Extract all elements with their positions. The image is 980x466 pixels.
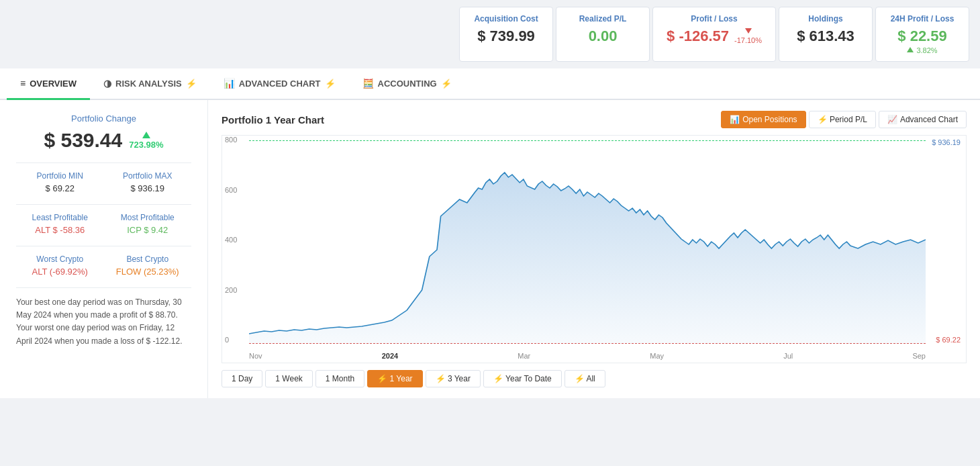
profitable-row: Least Profitable ALT $ -58.36 Most Profi…	[16, 213, 191, 235]
open-positions-icon: 📊	[730, 115, 740, 124]
least-profitable-cell: Least Profitable ALT $ -58.36	[16, 213, 104, 235]
advanced-chart-btn-icon: 📈	[887, 115, 897, 124]
chart-max-label: $ 936.19	[932, 138, 961, 146]
most-profitable-value: ICP $ 9.42	[104, 225, 192, 235]
y-label-0: 0	[225, 336, 237, 344]
left-panel: Portfolio Change $ 539.44 723.98% Portfo…	[0, 100, 208, 398]
open-positions-button[interactable]: 📊 Open Positions	[721, 111, 805, 128]
profit-loss-value: $ -126.57	[667, 28, 729, 45]
time-btn-1month[interactable]: 1 Month	[315, 370, 364, 387]
crypto-row: Worst Crypto ALT (-69.92%) Best Crypto F…	[16, 254, 191, 277]
holdings-card: Holdings $ 613.43	[779, 7, 873, 62]
holdings-value: $ 613.43	[793, 28, 859, 45]
time-btn-1day-label: 1 Day	[232, 374, 252, 383]
profit-loss-down-arrow	[745, 28, 752, 34]
chart-svg	[249, 136, 926, 344]
best-crypto-value: FLOW (25.23%)	[104, 267, 192, 277]
worst-crypto-label: Worst Crypto	[16, 254, 104, 264]
min-max-row: Portfolio MIN $ 69.22 Portfolio MAX $ 93…	[16, 171, 191, 193]
accounting-bolt-icon: ⚡	[441, 79, 452, 89]
time-btn-ytd[interactable]: ⚡ Year To Date	[483, 370, 562, 387]
open-positions-label: Open Positions	[742, 115, 797, 124]
y-label-400: 400	[225, 236, 237, 244]
portfolio-min-label: Portfolio MIN	[16, 171, 104, 181]
most-profitable-cell: Most Profitable ICP $ 9.42	[104, 213, 192, 235]
time-btn-1week-label: 1 Week	[275, 374, 302, 383]
time-btn-1week[interactable]: 1 Week	[265, 370, 312, 387]
time-btn-1day[interactable]: 1 Day	[222, 370, 262, 387]
overview-icon: ≡	[20, 78, 26, 89]
portfolio-min-cell: Portfolio MIN $ 69.22	[16, 171, 104, 193]
profit-loss-card: Profit / Loss $ -126.57 -17.10%	[652, 7, 776, 62]
acquisition-cost-value: $ 739.99	[473, 28, 539, 45]
worst-crypto-cell: Worst Crypto ALT (-69.92%)	[16, 254, 104, 277]
divider-1	[16, 162, 191, 163]
portfolio-change-pct: 723.98%	[129, 140, 163, 150]
portfolio-change-amount: $ 539.44	[44, 129, 122, 152]
chart-min-label: $ 69.22	[936, 336, 961, 344]
x-label-mar: Mar	[518, 352, 530, 360]
y-label-600: 600	[225, 186, 237, 194]
acquisition-cost-card: Acquisition Cost $ 739.99	[459, 7, 553, 62]
time-btn-3year[interactable]: ⚡ 3 Year	[426, 370, 481, 387]
profit-loss-sub: -17.10%	[734, 36, 762, 44]
chart-y-labels: 800 600 400 200 0	[225, 136, 237, 344]
worst-crypto-value: ALT (-69.92%)	[16, 267, 104, 277]
divider-3	[16, 246, 191, 246]
chart-area: $ 936.19 $ 69.22 800 600 400 200 0	[222, 135, 967, 363]
risk-bolt-icon: ⚡	[186, 79, 197, 89]
tab-overview[interactable]: ≡ OVERVIEW	[7, 68, 90, 100]
portfolio-up-arrow	[142, 132, 150, 138]
advanced-bolt-icon: ⚡	[325, 79, 336, 89]
tab-advanced-chart[interactable]: 📊 ADVANCED CHART ⚡	[210, 68, 349, 100]
divider-2	[16, 204, 191, 205]
realized-pl-card: Realized P/L 0.00	[556, 7, 650, 62]
chart-fill-area	[249, 173, 926, 344]
realized-pl-label: Realized P/L	[570, 14, 636, 24]
tab-accounting-label: ACCOUNTING	[378, 79, 437, 89]
main-content: Portfolio Change $ 539.44 723.98% Portfo…	[0, 100, 980, 398]
y-label-800: 800	[225, 136, 237, 144]
chart-buttons: 📊 Open Positions ⚡ Period P/L 📈 Advanced…	[721, 111, 967, 128]
holdings-label: Holdings	[793, 14, 859, 24]
time-btn-1year-label: ⚡ 1 Year	[377, 374, 412, 383]
h24-value: $ 22.59	[889, 28, 955, 45]
chart-x-labels: Nov 2024 Mar May Jul Sep	[249, 352, 926, 360]
h24-profit-loss-card: 24H Profit / Loss $ 22.59 3.82%	[875, 7, 969, 62]
portfolio-min-value: $ 69.22	[16, 183, 104, 193]
h24-sub: 3.82%	[916, 46, 937, 54]
accounting-icon: 🧮	[362, 78, 374, 89]
time-btn-ytd-label: ⚡ Year To Date	[493, 374, 552, 383]
portfolio-max-value: $ 936.19	[104, 183, 192, 193]
tab-overview-label: OVERVIEW	[30, 79, 77, 89]
x-label-nov: Nov	[249, 352, 262, 360]
tab-risk-analysis[interactable]: ◑ RISK ANALYSIS ⚡	[90, 68, 210, 100]
time-btn-3year-label: ⚡ 3 Year	[436, 374, 471, 383]
time-btn-1year[interactable]: ⚡ 1 Year	[367, 370, 422, 387]
portfolio-change-title: Portfolio Change	[16, 113, 191, 124]
x-label-may: May	[650, 352, 664, 360]
y-label-200: 200	[225, 286, 237, 294]
tab-advanced-label: ADVANCED CHART	[239, 79, 321, 89]
period-pl-button[interactable]: ⚡ Period P/L	[809, 111, 876, 128]
portfolio-max-cell: Portfolio MAX $ 936.19	[104, 171, 192, 193]
tab-accounting[interactable]: 🧮 ACCOUNTING ⚡	[349, 68, 465, 100]
nav-tabs: ≡ OVERVIEW ◑ RISK ANALYSIS ⚡ 📊 ADVANCED …	[0, 68, 980, 100]
chart-title: Portfolio 1 Year Chart	[222, 114, 324, 126]
advanced-chart-icon: 📊	[224, 78, 235, 89]
tab-risk-label: RISK ANALYSIS	[115, 79, 182, 89]
h24-label: 24H Profit / Loss	[889, 14, 955, 24]
best-worst-description: Your best one day period was on Thursday…	[16, 296, 191, 348]
right-panel: Portfolio 1 Year Chart 📊 Open Positions …	[208, 100, 980, 398]
time-btn-1month-label: 1 Month	[326, 374, 354, 383]
period-pl-label: ⚡ Period P/L	[818, 115, 867, 124]
advanced-chart-button[interactable]: 📈 Advanced Chart	[879, 111, 967, 128]
acquisition-cost-label: Acquisition Cost	[473, 14, 539, 24]
x-label-sep: Sep	[912, 352, 926, 360]
most-profitable-label: Most Profitable	[104, 213, 192, 222]
portfolio-max-label: Portfolio MAX	[104, 171, 192, 181]
x-label-jul: Jul	[783, 352, 793, 360]
best-crypto-cell: Best Crypto FLOW (25.23%)	[104, 254, 192, 277]
x-label-2024: 2024	[382, 352, 398, 360]
time-btn-all[interactable]: ⚡ All	[565, 370, 605, 387]
